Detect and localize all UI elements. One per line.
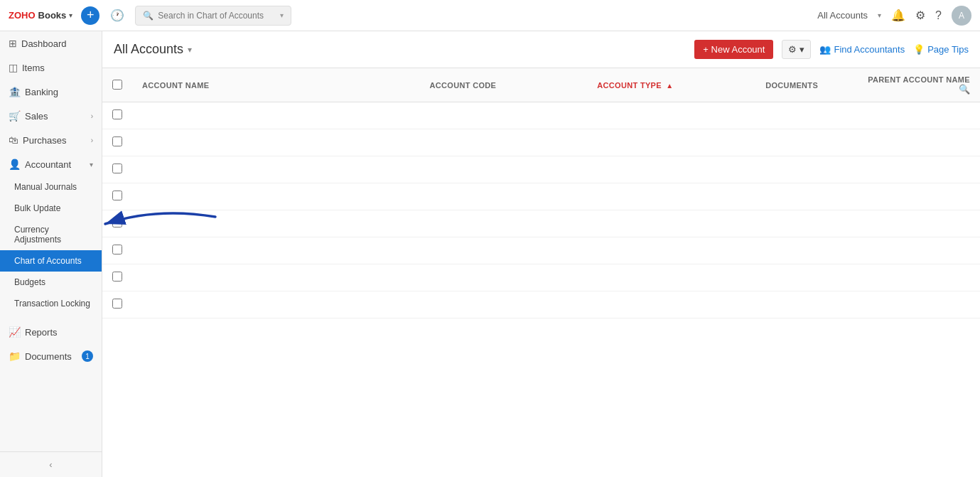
sidebar-label-dashboard: Dashboard	[21, 38, 67, 49]
settings-button[interactable]: ⚙ ▾	[782, 40, 811, 59]
help-button[interactable]: ?	[935, 9, 942, 22]
search-dropdown-icon[interactable]: ▾	[280, 11, 284, 19]
cell-documents	[755, 237, 858, 264]
cell-account-code	[419, 210, 587, 237]
find-accountants-icon: 👥	[819, 44, 831, 55]
sidebar-collapse-button[interactable]: ‹	[0, 451, 102, 477]
table-row	[102, 102, 980, 129]
table-row	[102, 264, 980, 291]
search-bar: 🔍 ▾	[135, 6, 291, 26]
documents-badge: 1	[82, 350, 93, 362]
sort-icon-account-type: ▲	[666, 82, 673, 90]
sidebar-item-reports[interactable]: 📈 Reports	[0, 320, 102, 344]
sidebar: ⊞ Dashboard ◫ Items 🏦 Banking 🛒 Sales › …	[0, 31, 102, 477]
col-header-account-type[interactable]: ACCOUNT TYPE ▲	[587, 68, 755, 102]
col-header-checkbox	[102, 68, 132, 102]
sidebar-item-budgets[interactable]: Budgets	[0, 272, 102, 293]
sidebar-item-documents[interactable]: 📁 Documents 1	[0, 344, 102, 368]
col-header-parent-account-name: PARENT ACCOUNT NAME 🔍	[858, 68, 980, 102]
cell-account-code	[419, 129, 587, 156]
find-accountants-button[interactable]: 👥 Find Accountants	[819, 44, 905, 55]
sidebar-label-accountant: Accountant	[25, 159, 71, 170]
collapse-icon: ‹	[49, 459, 52, 470]
documents-icon: 📁	[9, 350, 21, 362]
cell-account-type	[587, 183, 755, 210]
cell-account-type	[587, 264, 755, 291]
sidebar-label-bulk-update: Bulk Update	[14, 203, 60, 213]
search-icon: 🔍	[143, 11, 154, 21]
accounts-table-body	[102, 102, 980, 318]
content-area: All Accounts ▾ + New Account ⚙ ▾ 👥 Find …	[102, 31, 980, 477]
sidebar-item-currency-adjustments[interactable]: Currency Adjustments	[0, 219, 102, 250]
search-input[interactable]	[158, 11, 276, 21]
notifications-button[interactable]: 🔔	[891, 9, 905, 22]
sidebar-item-accountant[interactable]: 👤 Accountant ▾	[0, 152, 102, 176]
add-new-button[interactable]: +	[81, 6, 99, 25]
purchases-caret-icon: ›	[91, 136, 93, 144]
cell-documents	[755, 264, 858, 291]
sidebar-item-dashboard[interactable]: ⊞ Dashboard	[0, 31, 102, 55]
cell-account-type	[587, 129, 755, 156]
settings-caret-icon: ▾	[799, 44, 804, 55]
page-title-area: All Accounts ▾	[114, 42, 192, 57]
cell-documents	[755, 291, 858, 318]
sidebar-item-items[interactable]: ◫ Items	[0, 55, 102, 80]
row-checkbox[interactable]	[112, 191, 122, 200]
sidebar-item-purchases[interactable]: 🛍 Purchases ›	[0, 128, 102, 152]
cell-parent-account-name	[858, 156, 980, 183]
page-tips-icon: 💡	[913, 44, 925, 55]
avatar[interactable]: A	[952, 6, 971, 26]
cell-account-name	[132, 291, 419, 318]
table-row	[102, 291, 980, 318]
row-checkbox[interactable]	[112, 218, 122, 227]
sidebar-label-currency-adjustments: Currency Adjustments	[14, 225, 93, 245]
sidebar-item-transaction-locking[interactable]: Transaction Locking	[0, 293, 102, 314]
row-checkbox[interactable]	[112, 136, 122, 146]
sales-caret-icon: ›	[91, 112, 93, 120]
sidebar-label-budgets: Budgets	[14, 277, 45, 287]
settings-global-button[interactable]: ⚙	[915, 9, 925, 22]
cell-account-name	[132, 156, 419, 183]
sidebar-label-sales: Sales	[25, 111, 48, 122]
sidebar-item-manual-journals[interactable]: Manual Journals	[0, 176, 102, 198]
row-checkbox[interactable]	[112, 245, 122, 254]
cell-account-code	[419, 156, 587, 183]
cell-account-type	[587, 102, 755, 129]
select-all-checkbox[interactable]	[112, 80, 122, 90]
row-checkbox[interactable]	[112, 272, 122, 282]
row-checkbox[interactable]	[112, 299, 122, 309]
page-title: All Accounts	[114, 42, 183, 57]
cell-documents	[755, 210, 858, 237]
accounts-table: ACCOUNT NAME ACCOUNT CODE ACCOUNT TYPE ▲…	[102, 68, 980, 318]
account-label: All Accounts	[817, 10, 868, 21]
dashboard-icon: ⊞	[9, 38, 17, 49]
row-checkbox[interactable]	[112, 164, 122, 173]
sidebar-item-sales[interactable]: 🛒 Sales ›	[0, 104, 102, 128]
sidebar-item-bulk-update[interactable]: Bulk Update	[0, 198, 102, 219]
new-account-button[interactable]: + New Account	[694, 40, 773, 59]
sidebar-label-manual-journals: Manual Journals	[14, 182, 77, 192]
cell-account-code	[419, 264, 587, 291]
cell-account-name	[132, 264, 419, 291]
search-column-icon[interactable]: 🔍	[959, 84, 970, 95]
sidebar-label-documents: Documents	[25, 351, 72, 362]
cell-documents	[755, 183, 858, 210]
page-title-caret[interactable]: ▾	[188, 45, 192, 55]
items-icon: ◫	[9, 62, 18, 73]
cell-parent-account-name	[858, 102, 980, 129]
sidebar-item-banking[interactable]: 🏦 Banking	[0, 80, 102, 104]
page-tips-button[interactable]: 💡 Page Tips	[913, 44, 969, 55]
sidebar-label-reports: Reports	[25, 327, 58, 338]
content-header: All Accounts ▾ + New Account ⚙ ▾ 👥 Find …	[102, 31, 980, 68]
logo-area[interactable]: ZOHO Books ▾	[9, 10, 72, 21]
cell-account-name	[132, 237, 419, 264]
sidebar-item-chart-of-accounts[interactable]: Chart of Accounts	[0, 250, 102, 272]
row-checkbox[interactable]	[112, 109, 122, 119]
cell-account-type	[587, 291, 755, 318]
cell-parent-account-name	[858, 129, 980, 156]
account-caret-icon[interactable]: ▾	[878, 11, 881, 19]
history-button[interactable]: 🕐	[108, 6, 126, 25]
cell-account-code	[419, 183, 587, 210]
sales-icon: 🛒	[9, 110, 21, 122]
cell-parent-account-name	[858, 183, 980, 210]
